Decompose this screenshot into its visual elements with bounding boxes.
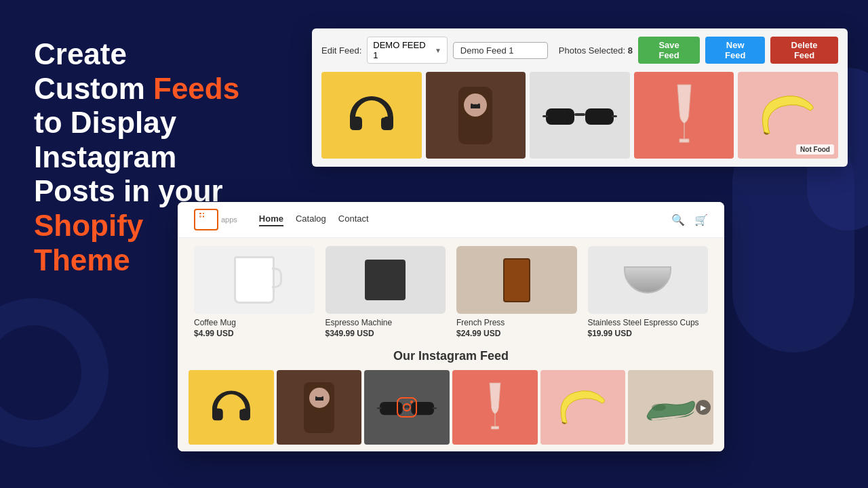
photo-item-headphones[interactable] [321, 72, 422, 159]
svg-rect-4 [574, 113, 585, 116]
dojo-logo-box [194, 209, 218, 230]
product-img-press [456, 246, 577, 314]
product-card-mug[interactable]: Coffee Mug $4.99 USD [189, 241, 320, 341]
banana-icon [751, 85, 825, 146]
product-name-cups: Stainless Steel Espresso Cups [588, 318, 709, 327]
svg-rect-5 [542, 115, 548, 117]
product-price-espresso: $349.99 USD [326, 329, 446, 338]
insta-photo-banana[interactable] [540, 370, 626, 445]
feed-dropdown[interactable]: DEMO FEED 1 ▼ [367, 37, 448, 64]
product-name-espresso: Espresso Machine [326, 318, 446, 327]
photo-item-bearcase[interactable] [426, 72, 526, 159]
svg-rect-12 [377, 407, 381, 409]
dojo-logo-subtext: apps [221, 216, 237, 224]
search-icon[interactable]: 🔍 [671, 214, 685, 226]
photos-selected-label: Photos Selected: 8 [559, 45, 633, 56]
bg-circle-left [0, 298, 108, 447]
edit-feed-label: Edit Feed: [321, 45, 361, 56]
shopify-preview: apps Home Catalog Contact 🔍 🛒 Coffee Mug… [178, 202, 724, 451]
svg-rect-1 [384, 117, 392, 129]
product-card-cups[interactable]: Stainless Steel Espresso Cups $19.99 USD [583, 241, 714, 341]
svg-rect-2 [546, 108, 574, 125]
nav-catalog[interactable]: Catalog [296, 214, 326, 226]
svg-rect-8 [242, 409, 250, 420]
photo-strip: Not Food [321, 72, 838, 159]
sunglasses-icon [542, 98, 617, 132]
nav-home[interactable]: Home [259, 214, 283, 226]
insta-photo-glass[interactable] [452, 370, 538, 445]
instagram-icon-overlay [397, 397, 417, 418]
photo-item-sunglasses[interactable] [530, 72, 630, 159]
product-price-cups: $19.99 USD [588, 329, 709, 338]
product-card-press[interactable]: French Press $24.99 USD [451, 241, 583, 341]
insta-headphones-icon [208, 384, 255, 431]
insta-photo-shoe[interactable]: ▶ [628, 370, 713, 445]
product-img-espresso [326, 246, 446, 314]
nav-icons: 🔍 🛒 [671, 214, 708, 226]
insta-photo-bearcase[interactable] [277, 370, 362, 445]
svg-point-14 [652, 404, 666, 411]
product-price-press: $24.99 USD [456, 329, 577, 338]
instagram-section-title: Our Instagram Feed [189, 349, 713, 363]
cart-icon[interactable]: 🛒 [694, 214, 708, 226]
feed-name-input[interactable] [453, 42, 548, 59]
product-price-mug: $4.99 USD [194, 329, 315, 338]
product-img-mug [194, 246, 315, 314]
photo-item-banana[interactable]: Not Food [738, 72, 838, 159]
dojo-logo: apps [194, 209, 237, 230]
svg-rect-0 [351, 117, 359, 129]
shopify-nav: apps Home Catalog Contact 🔍 🛒 [178, 202, 724, 238]
insta-banana-icon [551, 380, 615, 434]
next-arrow-icon[interactable]: ▶ [696, 400, 711, 415]
photo-item-glass[interactable] [634, 72, 734, 159]
product-name-press: French Press [456, 318, 577, 327]
svg-rect-13 [433, 407, 437, 409]
svg-rect-7 [214, 409, 221, 420]
not-food-badge: Not Food [796, 144, 834, 155]
instagram-section: Our Instagram Feed [178, 341, 724, 451]
feed-editor-panel: Edit Feed: DEMO FEED 1 ▼ Photos Selected… [312, 28, 848, 167]
products-row: Coffee Mug $4.99 USD Espresso Machine $3… [178, 241, 724, 341]
insta-glass-icon [481, 377, 509, 438]
product-name-mug: Coffee Mug [194, 318, 315, 327]
save-feed-button[interactable]: Save Feed [638, 37, 700, 64]
headphones-icon [344, 88, 399, 142]
nav-contact[interactable]: Contact [338, 214, 369, 226]
instagram-grid: ▶ [189, 370, 713, 445]
insta-shoe-icon [640, 384, 701, 431]
insta-photo-sunglasses[interactable] [364, 370, 450, 445]
new-feed-button[interactable]: New Feed [705, 37, 765, 64]
svg-rect-3 [585, 108, 614, 125]
feed-editor-toolbar: Edit Feed: DEMO FEED 1 ▼ Photos Selected… [321, 37, 838, 64]
dropdown-arrow-icon: ▼ [435, 47, 441, 54]
wine-glass-icon [667, 81, 701, 149]
delete-feed-button[interactable]: Delete Feed [770, 37, 838, 64]
product-card-espresso[interactable]: Espresso Machine $349.99 USD [320, 241, 452, 341]
nav-links: Home Catalog Contact [259, 214, 369, 226]
product-img-cups [588, 246, 709, 314]
insta-photo-headphones[interactable] [189, 370, 274, 445]
svg-rect-6 [612, 115, 617, 117]
